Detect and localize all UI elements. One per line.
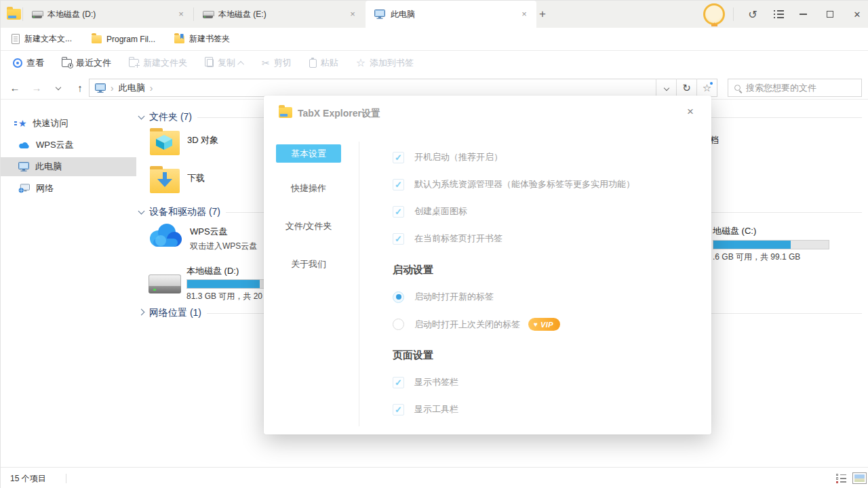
heart-icon: ♥ [534,321,538,328]
radio-unselected-icon[interactable] [393,319,404,330]
cut-button[interactable]: ✂ 剪切 [262,57,292,69]
drive-icon [203,11,213,18]
dialog-divider [359,142,359,426]
bookmarks-bar: 新建文本文... Program Fil... 新建书签夹 [1,28,868,51]
chevron-right-icon [138,309,145,316]
close-icon: ✕ [854,9,861,20]
tool-label: 查看 [26,57,44,69]
bookmark-item-bookmark-folder[interactable]: 新建书签夹 [169,28,235,50]
checkbox-checked-icon[interactable]: ✓ [393,377,404,388]
option-row-show-bookmarks-bar[interactable]: ✓ 显示书签栏 [393,376,458,388]
bookmark-label: Program Fil... [106,35,155,44]
drive-icon [32,11,42,18]
minimize-icon [800,14,807,15]
star-icon: ☆ [703,82,711,94]
wps-cloud-icon [147,223,184,249]
search-box[interactable] [728,79,862,97]
hard-drive-icon [149,274,181,293]
statusbar-divider [66,474,66,483]
drive-item-local-disk-c[interactable]: 地磁盘 (C:) .6 GB 可用，共 99.1 GB [713,225,831,263]
option-row-auto-start[interactable]: ✓ 开机启动（推荐开启） [393,151,502,163]
avatar[interactable] [703,3,725,25]
group-title: 设备和驱动器 (7) [149,206,220,218]
bookmark-item-text-file[interactable]: 新建文本文... [6,28,77,50]
checkbox-checked-icon[interactable]: ✓ [393,152,404,163]
details-view-button[interactable] [836,474,848,483]
status-bar: 15 个项目 [1,467,868,488]
search-input[interactable] [746,83,848,93]
address-bar[interactable]: › 此电脑 › ↻ ☆ [89,79,717,97]
tool-label: 剪切 [274,57,292,69]
new-tab-button[interactable]: + [535,7,550,22]
checkbox-checked-icon[interactable]: ✓ [393,206,404,218]
close-window-button[interactable]: ✕ [847,5,867,24]
copy-button[interactable]: 复制 [205,57,244,69]
radio-selected-icon[interactable] [393,291,404,303]
paste-button[interactable]: 粘贴 [309,57,338,69]
thumbnail-view-button[interactable] [852,472,867,484]
dialog-tab-basic-settings[interactable]: 基本设置 [276,144,341,163]
checkbox-checked-icon[interactable]: ✓ [393,179,404,190]
maximize-button[interactable] [820,5,840,24]
tabx-logo-icon [279,107,292,118]
option-row-default-file-manager[interactable]: ✓ 默认为系统资源管理器（能体验多标签等更多实用功能） [393,178,635,190]
history-dropdown-button[interactable] [50,75,67,100]
tab-close-icon[interactable]: × [347,9,358,20]
thumbnail-view-icon [854,474,865,482]
scissors-icon: ✂ [262,58,270,68]
new-folder-button[interactable]: 新建文件夹 [129,57,187,69]
dialog-close-button[interactable]: × [683,104,698,119]
address-dropdown-button[interactable] [656,79,676,97]
option-label: 启动时打开新的标签 [414,291,494,303]
bookmark-label: 新建书签夹 [189,33,230,45]
checkbox-checked-icon[interactable]: ✓ [393,233,404,245]
folder-item-downloads[interactable]: 下载 [150,166,205,193]
sidebar-item-wps-cloud[interactable]: WPS云盘 [1,136,136,155]
sidebar-item-this-pc[interactable]: 此电脑 [1,157,136,176]
tab-label: 本地磁盘 (D:) [47,9,176,20]
option-row-show-toolbar[interactable]: ✓ 显示工具栏 [393,403,458,415]
up-button[interactable]: ↑ [71,75,89,100]
option-row-create-desktop-icon[interactable]: ✓ 创建桌面图标 [393,205,467,218]
3d-objects-folder-icon [150,131,180,155]
computer-icon [374,9,385,19]
add-bookmark-button[interactable]: ☆ 添加到书签 [356,57,414,69]
toolbar: 查看 最近文件 新建文件夹 复制 ✂ 剪切 粘贴 ☆ 添加到书签 [1,51,868,75]
drive-usage-fill [187,280,260,288]
refresh-button[interactable]: ↻ [676,79,696,97]
item-label: 3D 对象 [187,134,218,155]
reopen-closed-tab-button[interactable]: ↺ [743,5,763,24]
radio-row-reopen-last-closed[interactable]: 启动时打开上次关闭的标签 ♥ VIP [393,318,560,331]
new-folder-icon [129,59,139,67]
checkbox-checked-icon[interactable]: ✓ [393,404,404,415]
drive-item-wps-cloud[interactable]: WPS云盘 双击进入WPS云盘 [147,223,257,252]
dialog-tab-files-folders[interactable]: 文件/文件夹 [276,220,341,232]
dialog-title: TabX Explorer设置 [298,108,380,120]
forward-button[interactable]: → [28,75,45,100]
option-row-open-bookmark-current-tab[interactable]: ✓ 在当前标签页打开书签 [393,232,502,245]
item-subtitle: 双击进入WPS云盘 [190,241,257,252]
tab-close-icon[interactable]: × [176,9,186,20]
dialog-tab-about-us[interactable]: 关于我们 [276,258,341,270]
tab-this-pc[interactable]: 此电脑 × [366,1,536,28]
bookmark-page-button[interactable]: ☆ [696,79,717,97]
folder-icon [92,35,102,43]
recent-files-button[interactable]: 最近文件 [62,57,111,69]
dialog-tab-quick-actions[interactable]: 快捷操作 [276,182,341,195]
caret-up-icon [237,60,244,67]
back-button[interactable]: ← [6,75,24,100]
minimize-button[interactable] [793,5,813,24]
tab-local-disk-e[interactable]: 本地磁盘 (E:) × [194,1,365,28]
quick-access-star-icon: ★ [18,119,27,128]
paste-icon [309,59,317,68]
menu-button[interactable] [768,5,789,24]
view-button[interactable]: 查看 [13,57,44,69]
tab-close-icon[interactable]: × [519,9,530,20]
bookmark-item-program-files[interactable]: Program Fil... [86,28,161,50]
folder-item-3d-objects[interactable]: 3D 对象 [150,128,218,155]
sidebar-item-network[interactable]: 网络 [1,179,136,198]
sidebar-item-quick-access[interactable]: ★ 快速访问 [1,114,136,133]
radio-row-open-new-tab[interactable]: 启动时打开新的标签 [393,291,494,303]
breadcrumb-path[interactable]: 此电脑 [119,82,145,94]
tab-local-disk-d[interactable]: 本地磁盘 (D:) × [23,1,193,28]
